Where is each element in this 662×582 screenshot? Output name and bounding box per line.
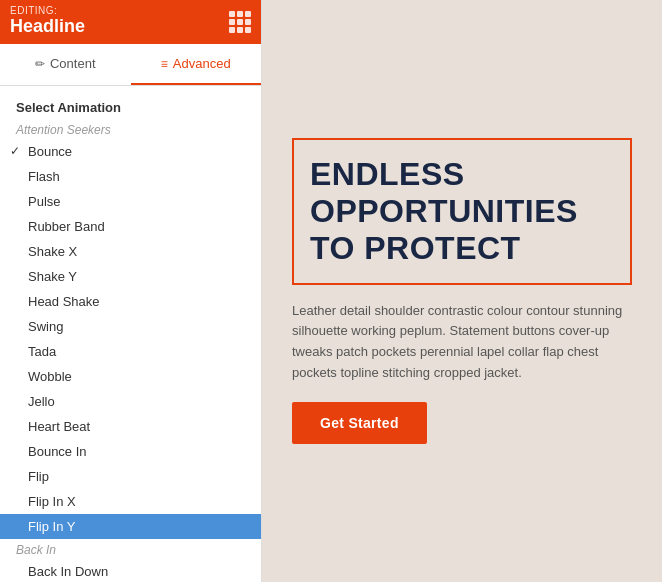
body-text: Leather detail shoulder contrastic colou… (292, 301, 632, 384)
list-item[interactable]: Shake Y (0, 264, 261, 289)
list-item[interactable]: Pulse (0, 189, 261, 214)
dropdown-section-label: Select Animation (0, 94, 261, 119)
animation-dropdown[interactable]: Select Animation Attention Seekers Bounc… (0, 86, 261, 582)
tabs-bar: ✏ Content ≡ Advanced (0, 44, 261, 86)
list-item[interactable]: Flash (0, 164, 261, 189)
list-item[interactable]: Heart Beat (0, 414, 261, 439)
right-panel: ENDLESS OPPORTUNITIES TO PROTECT Leather… (262, 0, 662, 582)
content-card: ENDLESS OPPORTUNITIES TO PROTECT Leather… (292, 138, 632, 444)
list-item[interactable]: Flip In X (0, 489, 261, 514)
tab-advanced[interactable]: ≡ Advanced (131, 44, 262, 85)
list-item[interactable]: Back In Down (0, 559, 261, 582)
headline-box: ENDLESS OPPORTUNITIES TO PROTECT (292, 138, 632, 284)
editing-label: EDITING: (10, 6, 85, 16)
list-item[interactable]: Bounce (0, 139, 261, 164)
list-item[interactable]: Tada (0, 339, 261, 364)
list-item[interactable]: Rubber Band (0, 214, 261, 239)
cta-button[interactable]: Get Started (292, 402, 427, 444)
left-panel: EDITING: Headline ✏ Content ≡ Advanced S… (0, 0, 262, 582)
editing-title: Headline (10, 16, 85, 38)
headline-text: ENDLESS OPPORTUNITIES TO PROTECT (310, 156, 614, 266)
tab-content-label: Content (50, 56, 96, 71)
group-label-back-in: Back In (0, 539, 261, 559)
editing-title-group: EDITING: Headline (10, 6, 85, 38)
advanced-tab-icon: ≡ (161, 57, 168, 71)
list-item[interactable]: Bounce In (0, 439, 261, 464)
tab-content[interactable]: ✏ Content (0, 44, 131, 85)
list-item-flip-in-y[interactable]: Flip In Y (0, 514, 261, 539)
list-item[interactable]: Jello (0, 389, 261, 414)
grid-icon[interactable] (229, 11, 251, 33)
list-item[interactable]: Shake X (0, 239, 261, 264)
tab-advanced-label: Advanced (173, 56, 231, 71)
list-item[interactable]: Swing (0, 314, 261, 339)
content-tab-icon: ✏ (35, 57, 45, 71)
list-item[interactable]: Flip (0, 464, 261, 489)
list-item[interactable]: Wobble (0, 364, 261, 389)
group-label-attention: Attention Seekers (0, 119, 261, 139)
list-item[interactable]: Head Shake (0, 289, 261, 314)
editing-bar: EDITING: Headline (0, 0, 261, 44)
